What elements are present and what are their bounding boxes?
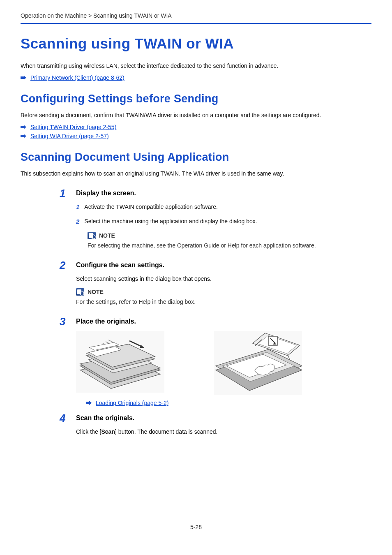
page-number: 5-28	[0, 524, 392, 530]
substep-number: 2	[76, 217, 79, 227]
note-text: For the settings, refer to Help in the d…	[76, 298, 371, 306]
step-title: Scan the originals.	[76, 414, 371, 422]
note-text: For selecting the machine, see the Opera…	[88, 241, 371, 250]
page-title: Scanning using TWAIN or WIA	[21, 35, 371, 52]
step-number: 1	[60, 187, 65, 200]
step-4: 4 Scan the originals. Click the [Scan] b…	[76, 414, 371, 436]
arrow-right-icon	[21, 76, 26, 80]
config-paragraph: Before sending a document, confirm that …	[21, 111, 371, 120]
note-icon	[88, 232, 96, 239]
note-box: NOTE For selecting the machine, see the …	[88, 232, 371, 250]
note-icon	[76, 288, 84, 296]
step-number: 4	[60, 412, 65, 425]
arrow-right-icon	[21, 134, 26, 138]
note-box: NOTE For the settings, refer to Help in …	[76, 288, 371, 306]
note-label: NOTE	[88, 289, 104, 295]
substep-text: Select the machine using the application…	[84, 217, 257, 227]
step-2: 2 Configure the scan settings. Select sc…	[76, 261, 371, 306]
step-title: Configure the scan settings.	[76, 261, 371, 269]
link-twain-driver[interactable]: Setting TWAIN Driver (page 2-55)	[21, 124, 371, 130]
step-title: Place the originals.	[76, 318, 371, 325]
link-text: Loading Originals (page 5-2)	[96, 400, 168, 406]
link-primary-network[interactable]: Primary Network (Client) (page 8-62)	[21, 74, 371, 81]
step-number: 3	[60, 315, 65, 328]
link-wia-driver[interactable]: Setting WIA Driver (page 2-57)	[21, 133, 371, 139]
scan-paragraph: This subsection explains how to scan an …	[21, 169, 371, 178]
link-text: Setting WIA Driver (page 2-57)	[30, 133, 109, 139]
substep-text: Activate the TWAIN compatible applicatio…	[84, 203, 217, 212]
link-text: Setting TWAIN Driver (page 2-55)	[30, 124, 116, 130]
step-1: 1 Display the screen. 1 Activate the TWA…	[76, 190, 371, 250]
link-loading-originals[interactable]: Loading Originals (page 5-2)	[86, 400, 371, 406]
illustration-document-feeder	[76, 331, 164, 393]
substep-number: 1	[76, 203, 79, 212]
step-3: 3 Place the originals.	[76, 318, 371, 406]
step-body: Click the [Scan] button. The document da…	[76, 428, 371, 436]
illustration-platen-glass	[214, 331, 302, 395]
arrow-right-icon	[21, 125, 26, 129]
intro-paragraph: When transmitting using wireless LAN, se…	[21, 62, 371, 70]
substep: 1 Activate the TWAIN compatible applicat…	[76, 203, 371, 212]
substep: 2 Select the machine using the applicati…	[76, 217, 371, 227]
breadcrumb: Operation on the Machine > Scanning usin…	[21, 12, 371, 24]
step-number: 2	[60, 259, 65, 272]
heading-configuring: Configuring Settings before Sending	[21, 92, 371, 105]
arrow-right-icon	[86, 401, 92, 405]
heading-scanning: Scanning Document Using Application	[21, 151, 371, 164]
step-body: Select scanning settings in the dialog b…	[76, 275, 371, 283]
link-text: Primary Network (Client) (page 8-62)	[30, 74, 125, 81]
step-title: Display the screen.	[76, 190, 371, 197]
note-label: NOTE	[99, 232, 115, 239]
